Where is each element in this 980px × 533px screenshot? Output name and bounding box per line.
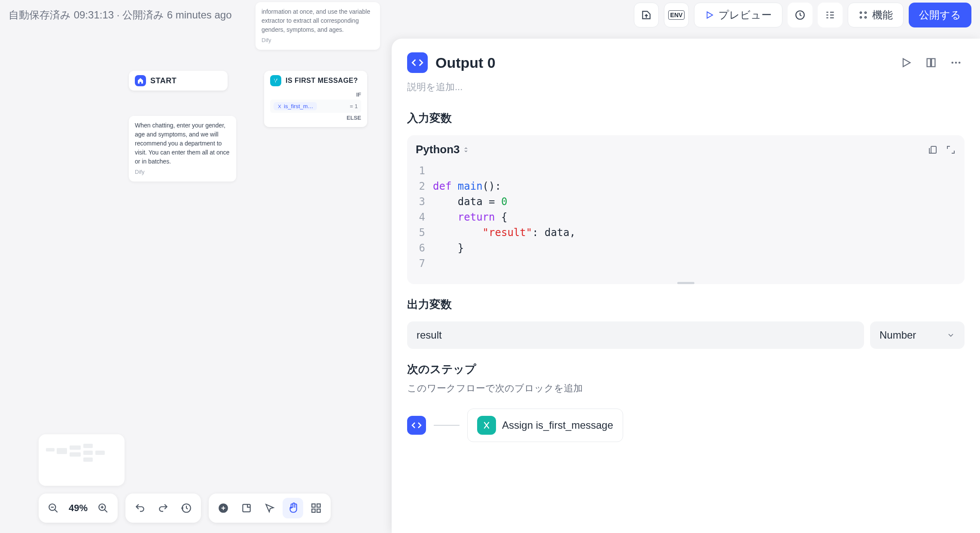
top-bar: 自動保存済み 09:31:13 · 公開済み 6 minutes ago ENV… xyxy=(0,0,980,30)
env-label: ENV xyxy=(668,10,685,20)
redo-button[interactable] xyxy=(153,498,173,518)
svg-rect-18 xyxy=(317,509,320,512)
note-text: When chatting, enter your gender, age an… xyxy=(135,121,230,166)
history-icon xyxy=(181,503,192,514)
code-icon xyxy=(407,52,428,73)
svg-rect-15 xyxy=(312,504,315,507)
plus-circle-icon xyxy=(218,503,229,514)
cursor-icon xyxy=(264,503,275,514)
condition-else-label: ELSE xyxy=(347,115,361,121)
clock-icon xyxy=(794,9,806,21)
history-button[interactable] xyxy=(176,498,197,518)
output-vars-title: 出力変数 xyxy=(407,297,965,312)
svg-point-2 xyxy=(860,12,862,14)
home-icon xyxy=(135,75,146,86)
redo-icon xyxy=(158,503,169,514)
code-editor[interactable]: Python3 1 2def main(): 3 data = 0 4 retu… xyxy=(407,135,965,284)
svg-point-7 xyxy=(952,62,954,64)
svg-point-5 xyxy=(865,17,867,18)
svg-point-8 xyxy=(955,62,957,64)
add-node-button[interactable] xyxy=(213,498,234,518)
output-var-type-select[interactable]: Number xyxy=(870,321,965,349)
list-icon xyxy=(825,9,836,21)
hand-tool[interactable] xyxy=(283,498,303,518)
svg-rect-14 xyxy=(243,504,250,512)
svg-rect-17 xyxy=(312,509,315,512)
docs-button[interactable] xyxy=(922,54,940,71)
note-author: Dify xyxy=(135,168,230,176)
more-button[interactable] xyxy=(947,54,965,71)
panel-title: Output 0 xyxy=(435,55,496,71)
copy-button[interactable] xyxy=(928,145,938,155)
canvas-note-start[interactable]: When chatting, enter your gender, age an… xyxy=(129,116,236,182)
output-var-name[interactable]: result xyxy=(407,321,864,349)
grid-icon xyxy=(310,503,322,514)
next-step-row: Assign is_first_message xyxy=(407,403,965,447)
condition-value: = 1 xyxy=(350,103,358,109)
next-block-label: Assign is_first_message xyxy=(502,419,613,431)
more-icon xyxy=(950,57,962,69)
zoom-level[interactable]: 49% xyxy=(66,503,90,514)
zoom-group: 49% xyxy=(39,494,118,523)
chevron-updown-icon xyxy=(463,146,469,153)
import-icon-button[interactable] xyxy=(634,3,659,27)
pointer-tool[interactable] xyxy=(259,498,280,518)
bottom-toolbar: 49% xyxy=(39,494,331,523)
svg-marker-0 xyxy=(707,12,713,18)
publish-button[interactable]: 公開する xyxy=(909,3,971,27)
play-icon xyxy=(900,57,912,69)
preview-button[interactable]: プレビュー xyxy=(694,3,782,27)
topbar-actions: ENV プレビュー 機能 公開する xyxy=(634,3,971,27)
zoom-in-button[interactable] xyxy=(93,498,113,518)
chevron-down-icon xyxy=(947,331,955,339)
minimap[interactable] xyxy=(39,434,125,486)
organize-button[interactable] xyxy=(306,498,326,518)
code-icon xyxy=(407,416,426,435)
svg-rect-16 xyxy=(317,504,320,507)
note-text: information at once, and use the variabl… xyxy=(262,7,374,34)
input-vars-title: 入力変数 xyxy=(407,111,965,126)
note-icon xyxy=(241,503,252,514)
node-condition-label: IS FIRST MESSAGE? xyxy=(286,77,358,85)
canvas-note-top[interactable]: information at once, and use the variabl… xyxy=(256,2,380,50)
features-label: 機能 xyxy=(872,8,893,22)
tools-group xyxy=(209,494,331,523)
env-button[interactable]: ENV xyxy=(664,3,689,27)
note-author: Dify xyxy=(262,36,374,45)
features-icon xyxy=(858,10,868,20)
condition-variable: is_first_m… xyxy=(274,102,317,110)
condition-if-label: IF xyxy=(356,91,361,98)
zoom-out-icon xyxy=(48,503,59,514)
play-icon xyxy=(705,10,714,20)
resize-handle[interactable] xyxy=(407,282,965,284)
output-variable-row: result Number xyxy=(407,321,965,349)
undo-button[interactable] xyxy=(130,498,150,518)
undo-icon xyxy=(134,503,146,514)
status-text: 自動保存済み 09:31:13 · 公開済み 6 minutes ago xyxy=(9,8,232,22)
next-step-sub: このワークフローで次のブロックを追加 xyxy=(407,382,965,395)
code-content[interactable]: 1 2def main(): 3 data = 0 4 return { 5 "… xyxy=(407,160,965,282)
zoom-out-button[interactable] xyxy=(43,498,64,518)
expand-button[interactable] xyxy=(946,145,956,155)
publish-label: 公開する xyxy=(919,8,961,22)
node-start[interactable]: START xyxy=(129,71,228,91)
connector-line xyxy=(434,425,460,426)
clipboard-icon xyxy=(928,145,938,155)
branch-icon xyxy=(270,75,281,86)
note-button[interactable] xyxy=(236,498,257,518)
next-block[interactable]: Assign is_first_message xyxy=(467,409,623,442)
node-condition[interactable]: IS FIRST MESSAGE? IF is_first_m… = 1 ELS… xyxy=(264,71,367,127)
checklist-icon-button[interactable] xyxy=(818,3,843,27)
svg-point-4 xyxy=(860,17,862,18)
assign-icon xyxy=(477,416,496,435)
node-detail-panel: Output 0 説明を追加... 入力変数 Python3 xyxy=(392,39,980,533)
hand-icon xyxy=(287,503,298,514)
language-selector[interactable]: Python3 xyxy=(416,143,469,156)
panel-description[interactable]: 説明を追加... xyxy=(407,81,965,94)
history-icon-button[interactable] xyxy=(788,3,813,27)
history-group xyxy=(125,494,201,523)
features-button[interactable]: 機能 xyxy=(848,3,904,27)
run-button[interactable] xyxy=(898,54,915,71)
autosave-status: 自動保存済み 09:31:13 · 公開済み 6 minutes ago xyxy=(9,8,232,22)
expand-icon xyxy=(946,145,956,155)
